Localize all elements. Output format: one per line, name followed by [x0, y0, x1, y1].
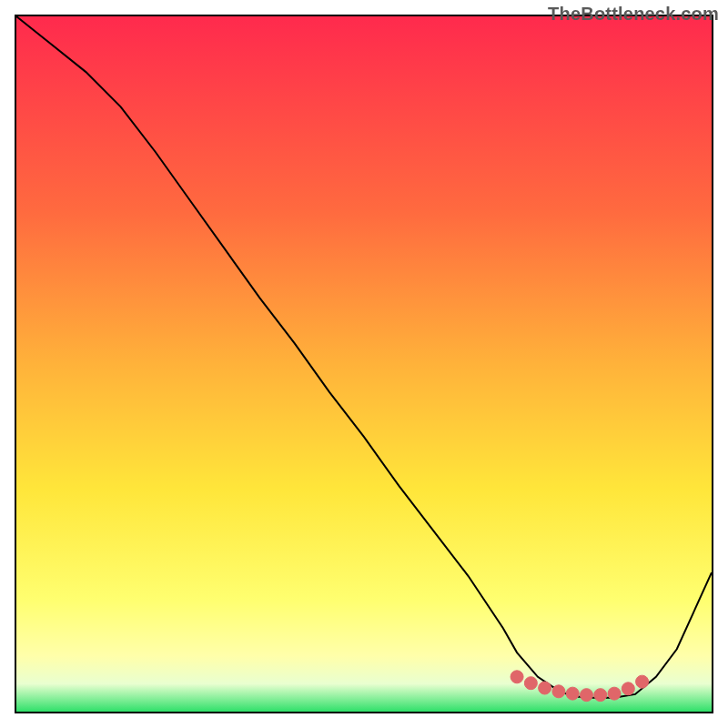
optimal-marker	[524, 677, 537, 690]
optimal-marker	[608, 687, 621, 700]
chart-plot-area	[15, 15, 713, 713]
watermark-text: TheBottleneck.com	[548, 4, 719, 25]
optimal-marker	[580, 689, 592, 702]
optimal-marker	[539, 682, 551, 694]
optimal-marker	[511, 671, 523, 683]
optimal-marker	[636, 675, 649, 688]
optimal-marker	[552, 685, 565, 698]
gradient-background	[16, 16, 712, 712]
optimal-marker	[566, 687, 579, 700]
optimal-marker	[594, 689, 607, 702]
chart-svg	[16, 16, 712, 712]
optimal-marker	[622, 682, 634, 695]
